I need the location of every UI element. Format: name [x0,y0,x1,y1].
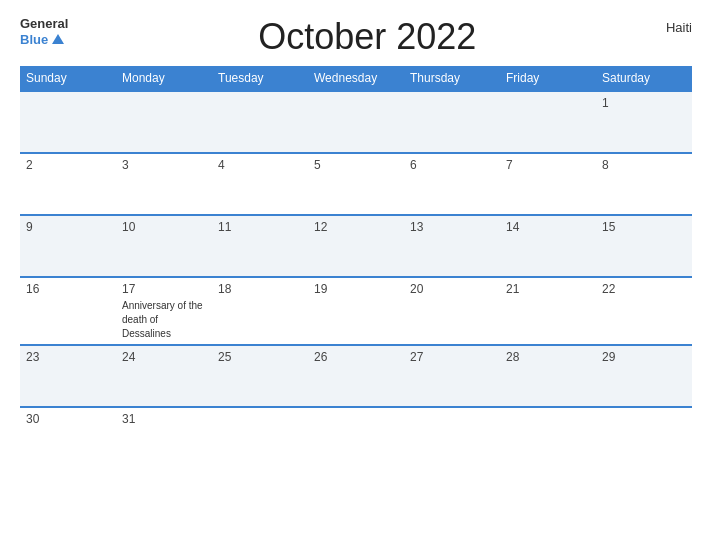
calendar-cell: 20 [404,277,500,345]
calendar-cell: 8 [596,153,692,215]
logo-blue-text: Blue [20,32,48,48]
day-number: 8 [602,158,686,172]
day-number: 26 [314,350,398,364]
day-number: 17 [122,282,206,296]
calendar-cell [308,91,404,153]
day-number: 22 [602,282,686,296]
week-row-1: 1 [20,91,692,153]
calendar-cell: 9 [20,215,116,277]
logo-general: General [20,16,68,32]
day-number: 23 [26,350,110,364]
calendar-cell: 7 [500,153,596,215]
calendar-cell: 16 [20,277,116,345]
calendar-cell: 24 [116,345,212,407]
calendar-cell: 1 [596,91,692,153]
day-number: 10 [122,220,206,234]
month-year-heading: October 2022 [68,16,666,58]
weekday-header-tuesday: Tuesday [212,66,308,91]
calendar-cell: 5 [308,153,404,215]
day-number: 13 [410,220,494,234]
calendar-cell [404,407,500,469]
calendar-cell: 31 [116,407,212,469]
calendar-page: General Blue October 2022 Haiti SundayMo… [0,0,712,550]
week-row-6: 3031 [20,407,692,469]
weekday-header-wednesday: Wednesday [308,66,404,91]
day-number: 19 [314,282,398,296]
weekday-header-thursday: Thursday [404,66,500,91]
calendar-header-row: SundayMondayTuesdayWednesdayThursdayFrid… [20,66,692,91]
day-number: 1 [602,96,686,110]
calendar-cell: 30 [20,407,116,469]
calendar-cell: 26 [308,345,404,407]
day-number: 12 [314,220,398,234]
calendar-body: 1234567891011121314151617Anniversary of … [20,91,692,469]
day-number: 15 [602,220,686,234]
calendar-title: October 2022 [68,16,666,58]
calendar-cell: 21 [500,277,596,345]
day-number: 18 [218,282,302,296]
calendar-cell: 28 [500,345,596,407]
logo-triangle-icon [52,34,64,44]
day-number: 6 [410,158,494,172]
calendar-cell [308,407,404,469]
calendar-cell: 2 [20,153,116,215]
country-label: Haiti [666,16,692,35]
day-number: 2 [26,158,110,172]
calendar-cell: 4 [212,153,308,215]
calendar-cell: 15 [596,215,692,277]
day-number: 30 [26,412,110,426]
logo: General Blue [20,16,68,47]
calendar-cell: 18 [212,277,308,345]
calendar-cell: 3 [116,153,212,215]
calendar-cell [212,407,308,469]
calendar-cell [500,407,596,469]
calendar-cell: 17Anniversary of the death of Dessalines [116,277,212,345]
calendar-cell [20,91,116,153]
calendar-cell: 19 [308,277,404,345]
day-number: 31 [122,412,206,426]
day-number: 14 [506,220,590,234]
weekday-header-row: SundayMondayTuesdayWednesdayThursdayFrid… [20,66,692,91]
calendar-cell: 14 [500,215,596,277]
calendar-cell: 22 [596,277,692,345]
day-number: 3 [122,158,206,172]
week-row-5: 23242526272829 [20,345,692,407]
weekday-header-sunday: Sunday [20,66,116,91]
day-number: 27 [410,350,494,364]
calendar-cell: 25 [212,345,308,407]
calendar-cell: 11 [212,215,308,277]
day-number: 28 [506,350,590,364]
day-number: 5 [314,158,398,172]
calendar-cell [212,91,308,153]
event-label: Anniversary of the death of Dessalines [122,300,203,339]
day-number: 11 [218,220,302,234]
day-number: 29 [602,350,686,364]
calendar-cell: 27 [404,345,500,407]
calendar-table: SundayMondayTuesdayWednesdayThursdayFrid… [20,66,692,469]
week-row-3: 9101112131415 [20,215,692,277]
day-number: 9 [26,220,110,234]
calendar-cell: 12 [308,215,404,277]
logo-bottom: Blue [20,32,68,48]
week-row-2: 2345678 [20,153,692,215]
day-number: 20 [410,282,494,296]
calendar-cell [500,91,596,153]
day-number: 21 [506,282,590,296]
calendar-cell [404,91,500,153]
day-number: 4 [218,158,302,172]
week-row-4: 1617Anniversary of the death of Dessalin… [20,277,692,345]
weekday-header-friday: Friday [500,66,596,91]
calendar-cell: 29 [596,345,692,407]
calendar-cell [116,91,212,153]
calendar-cell: 23 [20,345,116,407]
day-number: 16 [26,282,110,296]
calendar-cell: 10 [116,215,212,277]
day-number: 24 [122,350,206,364]
weekday-header-monday: Monday [116,66,212,91]
day-number: 7 [506,158,590,172]
calendar-cell: 6 [404,153,500,215]
calendar-header: General Blue October 2022 Haiti [20,16,692,58]
day-number: 25 [218,350,302,364]
calendar-cell: 13 [404,215,500,277]
weekday-header-saturday: Saturday [596,66,692,91]
